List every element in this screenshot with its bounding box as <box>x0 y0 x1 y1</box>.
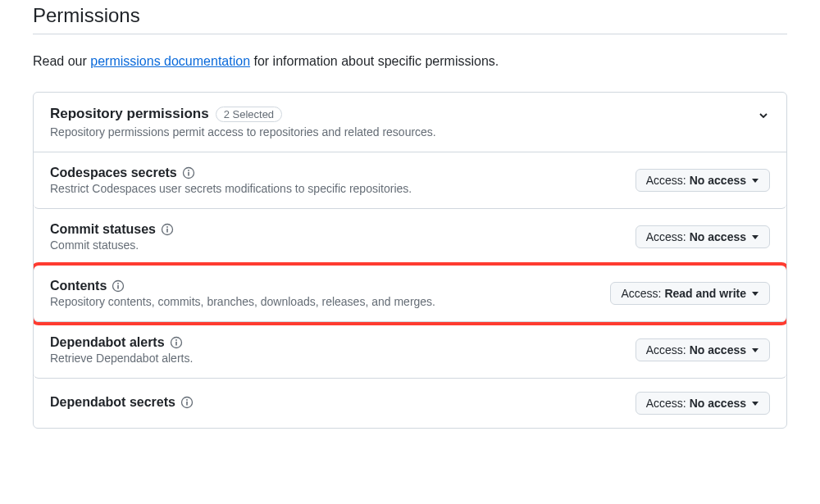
svg-rect-2 <box>188 172 189 176</box>
svg-marker-19 <box>752 402 758 406</box>
svg-rect-6 <box>166 229 168 233</box>
caret-down-icon <box>751 233 759 241</box>
selected-count-badge: 2 Selected <box>216 107 282 122</box>
caret-down-icon <box>751 399 759 407</box>
intro-suffix: for information about specific permissio… <box>250 54 499 68</box>
permission-row: Dependabot secrets Access: No access <box>34 379 786 428</box>
access-value: Read and write <box>664 287 746 300</box>
caret-down-icon <box>751 289 759 297</box>
access-label: Access: <box>646 230 686 243</box>
intro-prefix: Read our <box>33 54 90 68</box>
svg-point-17 <box>186 399 188 401</box>
access-label: Access: <box>646 343 686 356</box>
svg-point-5 <box>166 226 168 228</box>
access-value: No access <box>690 343 746 356</box>
permission-description: Retrieve Dependabot alerts. <box>50 352 636 365</box>
info-icon[interactable] <box>112 279 125 293</box>
page-title: Permissions <box>33 0 787 34</box>
chevron-down-icon <box>757 109 770 125</box>
svg-rect-10 <box>118 285 120 289</box>
permission-row: Codespaces secrets Restrict Codespaces u… <box>34 152 786 209</box>
access-dropdown-button[interactable]: Access: No access <box>636 392 770 415</box>
info-icon[interactable] <box>180 396 194 409</box>
access-value: No access <box>690 174 746 187</box>
intro-text: Read our permissions documentation for i… <box>33 54 787 69</box>
permission-title: Dependabot alerts <box>50 335 165 350</box>
svg-rect-14 <box>175 342 177 346</box>
permissions-panel: Repository permissions 2 Selected Reposi… <box>33 92 787 429</box>
repository-permissions-header[interactable]: Repository permissions 2 Selected Reposi… <box>34 93 786 152</box>
permission-description: Commit statuses. <box>50 238 636 252</box>
svg-marker-3 <box>752 179 758 183</box>
access-label: Access: <box>646 174 686 187</box>
access-value: No access <box>690 397 746 410</box>
info-icon[interactable] <box>182 166 195 179</box>
access-dropdown-button[interactable]: Access: No access <box>636 169 770 192</box>
permission-description: Restrict Codespaces user secrets modific… <box>50 182 636 195</box>
permission-title: Codespaces secrets <box>50 166 177 180</box>
svg-marker-7 <box>752 235 758 239</box>
permissions-doc-link[interactable]: permissions documentation <box>90 54 250 68</box>
permission-row: Commit statuses Commit statuses. Access:… <box>34 209 786 266</box>
access-dropdown-button[interactable]: Access: No access <box>636 225 770 248</box>
access-label: Access: <box>646 397 686 410</box>
permission-title: Contents <box>50 279 107 293</box>
svg-rect-18 <box>186 402 188 406</box>
access-value: No access <box>690 230 746 243</box>
access-dropdown-button[interactable]: Access: Read and write <box>610 282 770 305</box>
svg-point-13 <box>175 339 177 341</box>
access-dropdown-button[interactable]: Access: No access <box>636 338 770 361</box>
info-icon[interactable] <box>170 336 183 349</box>
info-icon[interactable] <box>161 223 174 236</box>
svg-marker-11 <box>752 292 758 296</box>
section-subtitle: Repository permissions permit access to … <box>50 125 757 138</box>
svg-point-9 <box>117 283 119 284</box>
caret-down-icon <box>751 176 759 184</box>
permission-title: Commit statuses <box>50 222 156 237</box>
permission-row: Contents Repository contents, commits, b… <box>34 266 786 322</box>
permission-description: Repository contents, commits, branches, … <box>50 295 610 308</box>
svg-point-1 <box>188 170 189 171</box>
section-title: Repository permissions <box>50 106 209 122</box>
svg-marker-15 <box>752 348 758 352</box>
caret-down-icon <box>751 346 759 354</box>
permission-title: Dependabot secrets <box>50 395 175 410</box>
permission-row: Dependabot alerts Retrieve Dependabot al… <box>34 322 786 379</box>
access-label: Access: <box>621 287 661 300</box>
divider <box>33 34 787 34</box>
